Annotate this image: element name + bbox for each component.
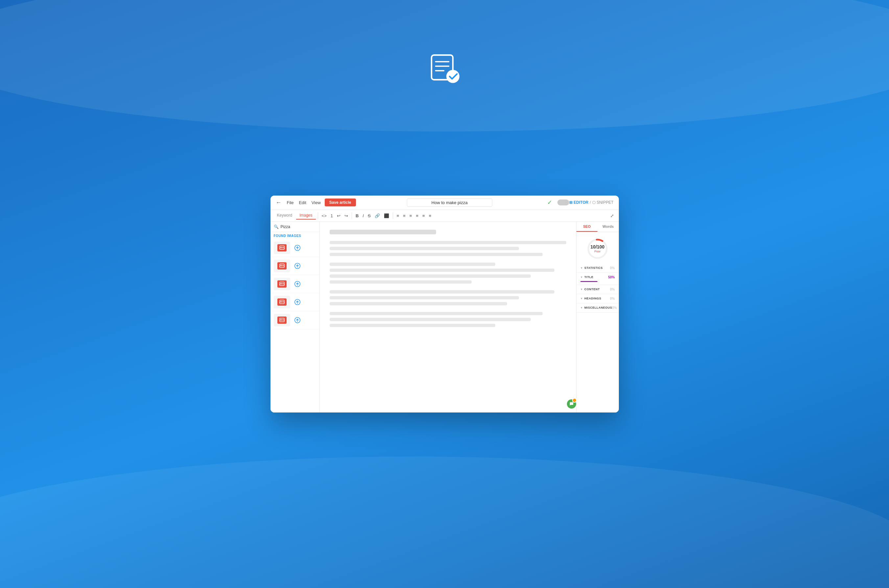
main-area: 🔍 FOUND IMAGES	[270, 222, 619, 412]
menu-bar: File Edit View	[287, 200, 321, 205]
score-inner: 10/100 Poor	[591, 244, 605, 253]
content-block-3	[330, 290, 566, 305]
toolbar-align-left-btn[interactable]: ≡	[395, 212, 401, 219]
toggle-group	[558, 200, 569, 206]
chevron-down-icon: ▼	[580, 276, 583, 279]
chevron-down-icon: ▼	[580, 288, 583, 291]
toolbar-list-btn[interactable]: ≡	[421, 212, 427, 219]
tab-editor[interactable]: ⊞ EDITOR	[569, 200, 588, 205]
toolbar-strike-btn[interactable]: S	[366, 212, 372, 219]
tab-words[interactable]: Words	[598, 222, 619, 232]
article-title-input[interactable]	[407, 198, 492, 207]
score-circle: 10/100 Poor	[586, 237, 609, 260]
toolbar-italic-btn[interactable]: I	[361, 212, 366, 219]
editor-snippet-tabs: ⊞ EDITOR / ⬡ SNIPPET	[569, 200, 613, 205]
content-block-2	[330, 262, 566, 284]
toolbar-align-right-btn[interactable]: ≡	[408, 212, 414, 219]
toolbar-align-center-btn[interactable]: ≡	[401, 212, 407, 219]
toolbar: Keyword Images <> 1 ↩ ↪ B I S 🔗 ⬛ ≡ ≡ ≡ …	[270, 210, 619, 222]
tab-keyword[interactable]: Keyword	[274, 212, 296, 219]
list-item	[270, 257, 319, 275]
score-number: 10/100	[591, 244, 605, 249]
tab-snippet[interactable]: ⬡ SNIPPET	[592, 200, 613, 205]
toolbar-bold-btn[interactable]: B	[354, 212, 360, 219]
image-thumbnail	[274, 296, 290, 308]
menu-view[interactable]: View	[312, 200, 321, 205]
content-block-1	[330, 241, 566, 256]
search-icon: 🔍	[274, 225, 279, 229]
seo-section-misc-header[interactable]: ▼ MISCELLANEOUS 0%	[580, 306, 615, 310]
upload-button[interactable]	[293, 297, 302, 307]
score-wrap: 10/100 Poor	[576, 232, 619, 264]
list-item	[270, 293, 319, 311]
menu-file[interactable]: File	[287, 200, 294, 205]
seo-section-content: ▼ CONTENT 0%	[576, 285, 619, 294]
tab-images[interactable]: Images	[296, 212, 315, 219]
image-search-input[interactable]	[281, 225, 316, 229]
left-sidebar: 🔍 FOUND IMAGES	[270, 222, 320, 412]
content-line	[330, 312, 543, 315]
seo-section-title-header[interactable]: ▼ TITLE 50%	[580, 275, 615, 279]
seo-content-label: ▼ CONTENT	[580, 288, 600, 291]
app-logo-icon	[428, 52, 461, 87]
content-block-title	[330, 230, 566, 234]
toolbar-ordered-list-btn[interactable]: ≡	[427, 212, 433, 219]
tab-separator: /	[589, 200, 591, 205]
seo-tabs: SEO Words	[576, 222, 619, 232]
upload-button[interactable]	[293, 261, 302, 270]
list-item	[270, 275, 319, 293]
mode-toggle[interactable]	[558, 200, 569, 206]
toolbar-h1-btn[interactable]: 1	[329, 212, 334, 219]
seo-title-label: ▼ TITLE	[580, 275, 594, 279]
content-line	[330, 253, 543, 256]
image-thumbnail	[274, 242, 290, 254]
content-line	[330, 268, 555, 272]
save-check-icon: ✓	[547, 199, 552, 206]
score-label: Poor	[591, 250, 605, 253]
toolbar-link-btn[interactable]: 🔗	[373, 212, 382, 219]
content-line	[330, 324, 495, 327]
seo-statistics-pct: 0%	[610, 266, 615, 270]
seo-content-pct: 0%	[610, 288, 615, 291]
toolbar-code-btn[interactable]: <>	[320, 212, 328, 219]
seo-headings-pct: 0%	[610, 297, 615, 300]
toolbar-align-justify-btn[interactable]: ≡	[414, 212, 420, 219]
editor-text-area[interactable]	[320, 222, 576, 412]
back-button[interactable]: ←	[276, 199, 282, 206]
image-placeholder-icon	[277, 262, 286, 270]
seo-title-bar	[580, 281, 598, 282]
content-line	[330, 262, 495, 266]
upload-button[interactable]	[293, 243, 302, 252]
seo-section-title: ▼ TITLE 50%	[576, 273, 619, 285]
list-item	[270, 239, 319, 257]
toolbar-redo-btn[interactable]: ↪	[343, 212, 350, 219]
menu-edit[interactable]: Edit	[299, 200, 306, 205]
fullscreen-button[interactable]: ⤢	[609, 212, 616, 219]
title-input-wrap	[356, 198, 543, 207]
seo-statistics-title: ▼ STATISTICS	[580, 266, 603, 270]
toolbar-divider-2	[352, 212, 352, 219]
chevron-down-icon: ▼	[580, 267, 583, 270]
seo-section-miscellaneous: ▼ MISCELLANEOUS 0%	[576, 303, 619, 313]
image-placeholder-icon	[277, 280, 286, 288]
content-line	[330, 241, 566, 244]
found-images-label: FOUND IMAGES	[270, 232, 319, 239]
image-thumbnail	[274, 314, 290, 326]
image-thumbnail	[274, 278, 290, 290]
editor-window: ← File Edit View Save article ✓ ⊞ EDITOR…	[270, 195, 619, 412]
chat-bubble-button[interactable]	[567, 399, 576, 408]
save-article-button[interactable]: Save article	[325, 198, 356, 206]
tab-seo[interactable]: SEO	[576, 222, 598, 232]
seo-section-headings-header[interactable]: ▼ HEADINGS 0%	[580, 297, 615, 300]
toolbar-undo-btn[interactable]: ↩	[335, 212, 342, 219]
upload-button[interactable]	[293, 315, 302, 325]
image-placeholder-icon	[277, 298, 286, 306]
toolbar-image-btn[interactable]: ⬛	[382, 212, 391, 219]
image-placeholder-icon	[277, 244, 286, 251]
upload-button[interactable]	[293, 279, 302, 289]
seo-section-content-header[interactable]: ▼ CONTENT 0%	[580, 288, 615, 291]
seo-section-statistics-header[interactable]: ▼ STATISTICS 0%	[580, 266, 615, 270]
image-thumbnail	[274, 260, 290, 272]
content-line	[330, 247, 519, 250]
content-line	[330, 274, 531, 278]
